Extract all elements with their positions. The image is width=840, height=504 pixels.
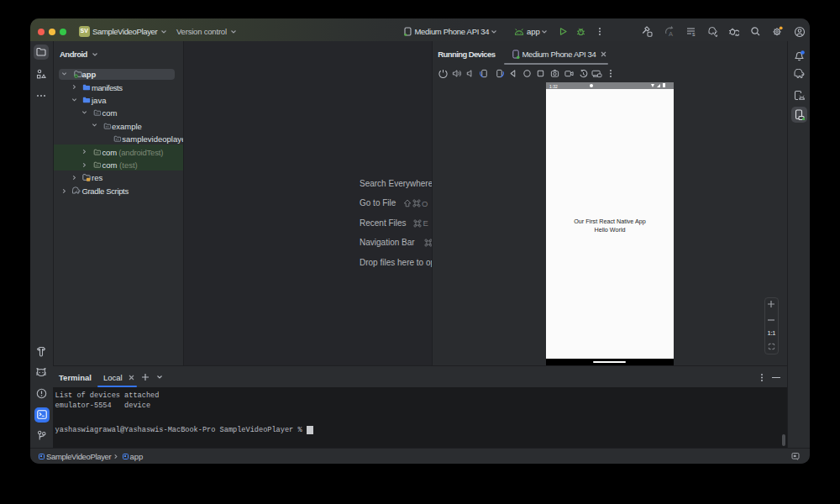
svg-text:A: A [669,30,673,38]
svg-text:s: s [692,31,696,37]
